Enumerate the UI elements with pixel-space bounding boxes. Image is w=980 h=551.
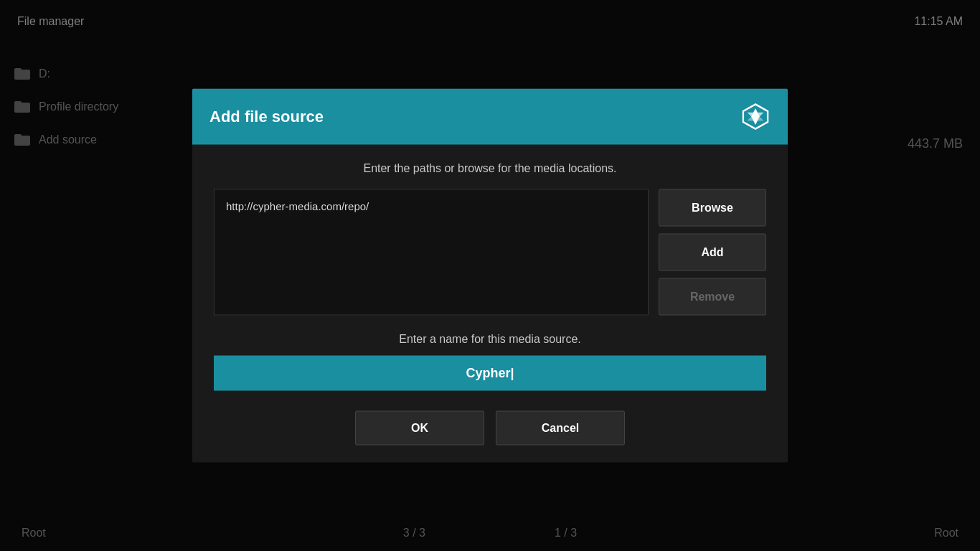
remove-button[interactable]: Remove <box>659 278 766 316</box>
path-area: Browse Add Remove <box>214 189 766 316</box>
browse-button[interactable]: Browse <box>659 189 766 227</box>
svg-marker-2 <box>748 113 764 117</box>
modal-body: Enter the paths or browse for the media … <box>192 145 788 463</box>
path-input[interactable] <box>226 200 636 212</box>
modal-description: Enter the paths or browse for the media … <box>214 162 766 175</box>
svg-marker-3 <box>748 117 764 121</box>
ok-button[interactable]: OK <box>355 411 484 446</box>
name-input[interactable] <box>228 366 752 381</box>
modal-title: Add file source <box>209 108 324 126</box>
kodi-logo-icon <box>740 102 771 132</box>
path-input-container[interactable] <box>214 189 649 316</box>
modal-footer: OK Cancel <box>214 411 766 446</box>
cancel-button[interactable]: Cancel <box>496 411 625 446</box>
name-input-container[interactable] <box>214 356 766 391</box>
add-button[interactable]: Add <box>659 234 766 271</box>
name-label: Enter a name for this media source. <box>214 333 766 346</box>
modal-header: Add file source <box>192 89 788 145</box>
path-buttons: Browse Add Remove <box>659 189 766 316</box>
add-file-source-dialog: Add file source Enter the paths or brows… <box>192 89 788 463</box>
